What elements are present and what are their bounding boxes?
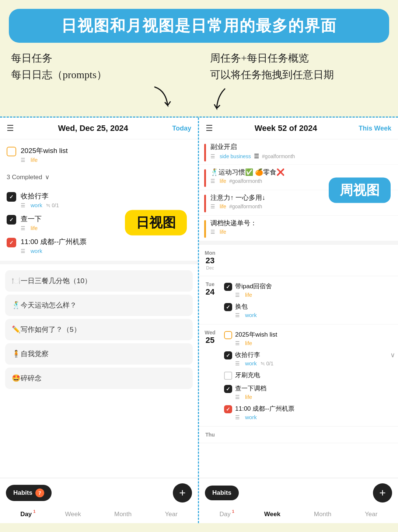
- goal-content: 副业开启 ☰ side business ☰ #goalformonth: [210, 142, 295, 160]
- habits-button[interactable]: Habits: [205, 486, 239, 500]
- habits-label: Habits: [13, 489, 32, 497]
- tab-month[interactable]: Month: [314, 511, 331, 518]
- week-tasks: 带ipad回宿舍 ☰ life 换包 ☰ work: [221, 276, 398, 324]
- list-icon: ☰: [21, 157, 25, 163]
- week-day-tue: Tue 24 带ipad回宿舍 ☰ life: [199, 276, 398, 324]
- goal-hashtag: #goalformonth: [229, 178, 262, 184]
- task-meta: ☰ work ≒ 0/1: [235, 360, 395, 366]
- task-meta: ☰ work: [235, 414, 395, 420]
- goal-content: 注意力↑ 一心多用↓ ☰ life #goalformonth: [210, 193, 265, 209]
- task-content: 带ipad回宿舍 ☰ life: [235, 282, 395, 298]
- goal-bar: [204, 195, 206, 212]
- main-panels: ☰ Wed, Dec 25, 2024 Today 2025年wish list…: [0, 118, 398, 523]
- task-tag: life: [31, 157, 38, 163]
- task-item: 收拾行李 ☰ work ≒ 0/1: [7, 188, 191, 211]
- header-title: 日视图和月视图是日常用的最多的界面: [19, 15, 379, 36]
- journal-item[interactable]: 🤩碎碎念: [5, 368, 193, 389]
- tab-year[interactable]: Year: [365, 511, 377, 518]
- goal-tag: life: [220, 204, 226, 209]
- list-icon: ☰: [235, 394, 240, 400]
- tab-year[interactable]: Year: [165, 511, 177, 518]
- day-view-date: Wed, Dec 25, 2024: [58, 124, 128, 133]
- add-button[interactable]: +: [173, 483, 192, 503]
- habits-count: 7: [35, 488, 44, 497]
- task-content: 收拾行李 ∨ ☰ work ≒ 0/1: [235, 351, 395, 366]
- task-content: 2025年wish list ☰ life: [235, 330, 395, 346]
- task-checkbox[interactable]: [224, 372, 232, 380]
- add-button[interactable]: +: [373, 483, 392, 503]
- task-checkbox[interactable]: [224, 405, 232, 413]
- hamburger-icon[interactable]: ☰: [7, 124, 14, 133]
- day-label: Mon 23 Dec: [199, 245, 221, 276]
- task-checkbox[interactable]: [224, 303, 232, 311]
- journal-item[interactable]: ✏️写作如何了？（5）: [5, 319, 193, 340]
- list-icon: ☰: [235, 414, 240, 420]
- journal-prompts: 🍽️一日三餐几分饱（10） 🕺今天运动怎么样？ ✏️写作如何了？（5） 🧍自我觉…: [0, 264, 198, 395]
- panel-week-view: ☰ Week 52 of 2024 This Week 周视图 副业开启 ☰ s…: [199, 118, 398, 523]
- tab-month[interactable]: Month: [114, 511, 132, 518]
- task-meta: ☰ work ≒ 0/1: [21, 202, 191, 208]
- task-checkbox[interactable]: [224, 331, 232, 339]
- tab-week[interactable]: Week: [65, 511, 81, 518]
- task-tag: work: [31, 202, 42, 208]
- task-content: 查一下调档 ☰ life: [235, 384, 395, 400]
- week-day-thu: Thu: [199, 427, 398, 443]
- tab-week[interactable]: Week: [264, 511, 280, 518]
- journal-item[interactable]: 🕺今天运动怎么样？: [5, 295, 193, 316]
- this-week-button[interactable]: This Week: [359, 125, 391, 132]
- completed-tasks: 日视图 收拾行李 ☰ work ≒ 0/1 查一下 ☰: [0, 185, 198, 261]
- task-tag: life: [245, 340, 252, 346]
- habits-button[interactable]: Habits 7: [6, 485, 52, 501]
- task-checkbox[interactable]: [7, 215, 16, 225]
- task-title: 换包: [235, 302, 395, 311]
- task-checkbox[interactable]: [7, 147, 16, 156]
- task-title: 牙刷充电: [235, 371, 395, 379]
- day-view-header: ☰ Wed, Dec 25, 2024 Today: [0, 118, 198, 139]
- task-checkbox[interactable]: [224, 283, 232, 291]
- goal-bar: [204, 220, 206, 238]
- task-checkbox[interactable]: [7, 192, 16, 202]
- goal-content: 🕺运动习惯✅ 🍊零食❌ ☰ life #goalformonth: [210, 168, 284, 184]
- sub-count: ≒ 0/1: [46, 202, 59, 208]
- arrow-right-icon: [210, 87, 232, 113]
- list-icon: ☰: [21, 225, 25, 231]
- uncompleted-tasks: 2025年wish list ☰ life: [0, 139, 198, 170]
- task-checkbox[interactable]: [224, 351, 232, 359]
- goal-meta: ☰ life #goalformonth: [210, 178, 284, 184]
- separator-icon: ☰: [254, 153, 259, 160]
- goal-meta: ☰ life #goalformonth: [210, 204, 265, 209]
- task-tag: life: [245, 394, 252, 400]
- goal-title: 调档快递单号：: [210, 219, 257, 227]
- tab-day[interactable]: Day 1: [20, 511, 32, 518]
- task-checkbox[interactable]: [224, 385, 232, 393]
- completed-header[interactable]: 3 Completed ∨: [0, 170, 198, 185]
- task-meta: ☰ life: [235, 394, 395, 400]
- list-icon: ☰: [21, 248, 25, 254]
- bottom-tabs-left: Habits 7 + Day 1 Week Month Year: [0, 478, 198, 523]
- task-title: 2025年wish list: [235, 330, 395, 339]
- goal-bar: [204, 169, 206, 187]
- task-checkbox[interactable]: [7, 238, 16, 247]
- task-title: 11:00 成都--广州机票: [21, 237, 191, 247]
- tab-day[interactable]: Day 1: [220, 511, 231, 518]
- hamburger-icon[interactable]: ☰: [206, 124, 213, 133]
- task-tag: work: [245, 360, 257, 366]
- goal-content: 调档快递单号： ☰ life: [210, 219, 257, 235]
- week-tasks: [221, 245, 398, 276]
- goal-meta: ☰ life: [210, 229, 257, 235]
- today-button[interactable]: Today: [172, 125, 191, 132]
- week-day-mon: Mon 23 Dec: [199, 245, 398, 276]
- chevron-down-icon: ∨: [390, 351, 395, 359]
- journal-item[interactable]: 🧍自我觉察: [5, 343, 193, 365]
- task-meta: ☰ work: [235, 312, 395, 318]
- task-tag: life: [31, 225, 38, 231]
- annotation-area: 每日任务 每日日志（prompts） 周任务+每日任务概览 可以将任务拖拽到任意…: [0, 43, 398, 117]
- week-task-item: 换包 ☰ work: [224, 300, 395, 320]
- goal-title: 注意力↑ 一心多用↓: [210, 193, 265, 202]
- list-icon: ☰: [210, 153, 215, 159]
- task-tag: life: [245, 292, 252, 298]
- week-day-wed: Wed 25 2025年wish list ☰ life: [199, 324, 398, 427]
- week-task-item: 11:00 成都--广州机票 ☰ work: [224, 402, 395, 423]
- annotation-left: 每日任务 每日日志（prompts）: [0, 43, 199, 117]
- journal-item[interactable]: 🍽️一日三餐几分饱（10）: [5, 270, 193, 292]
